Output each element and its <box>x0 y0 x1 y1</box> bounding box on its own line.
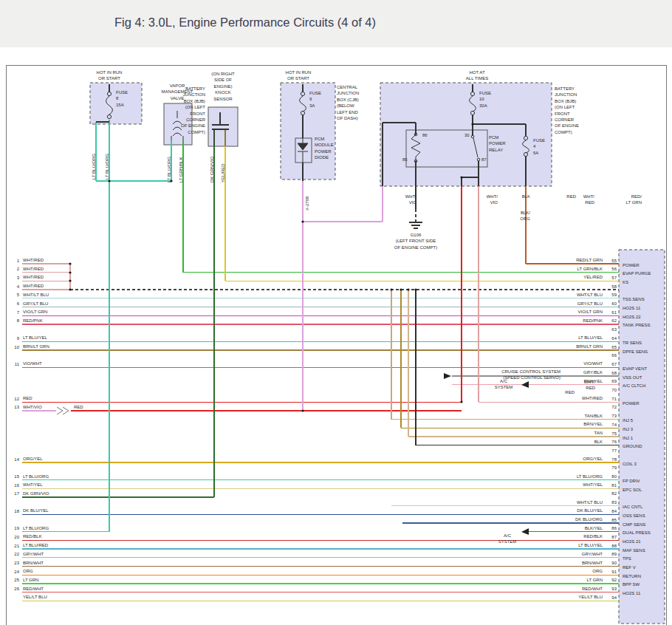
left-wire-label-line: ORG <box>23 568 33 574</box>
right-wire-label-line: VIO/LT GRN <box>526 309 603 315</box>
row-number-line: 20 <box>6 534 19 540</box>
pin-number-line: 76 <box>604 439 617 445</box>
junction-dot <box>400 288 402 290</box>
fuse9-label-line: 9 <box>309 96 321 102</box>
pin-number: 72 <box>604 404 617 410</box>
right-wire-label: DK BLU/YEL <box>526 508 603 513</box>
pin-number: 75 <box>604 431 617 437</box>
row-number-line: 2 <box>6 266 19 272</box>
right-wire-label-line: LT BLU/YEL <box>526 335 603 341</box>
pin-number: 60 <box>604 301 617 307</box>
pin-number-line: 63 <box>604 327 617 332</box>
row-number: 15 <box>6 474 19 479</box>
row-number: 4 <box>6 284 19 290</box>
right-wire-label: WHT/YEL <box>526 482 603 488</box>
left-wire-label: LT BLU/YEL <box>23 335 47 341</box>
left-wire-label-line: YEL/LT BLU <box>23 594 47 600</box>
bjb-right-label-line: (ON LEFT <box>555 104 579 110</box>
pin-number-line: 87 <box>604 534 617 540</box>
pin-number-line: 67 <box>604 361 617 367</box>
right-wire-label-line: YEL/RED <box>526 274 603 280</box>
right-wire-label: WHT/LT BLU <box>526 499 603 505</box>
row-number-line: 21 <box>6 543 19 549</box>
wire-label-red-mid: RED <box>456 389 575 395</box>
bjb-right-label-line: BATTERY <box>555 86 579 92</box>
fuse10-label: FUSE1030A <box>479 90 491 109</box>
row-number-line: 24 <box>6 569 19 575</box>
pcm-pin-label-line: TSS SENS <box>623 296 645 302</box>
right-wire-label: LT BLU/YEL <box>526 335 603 341</box>
pin-number-line: 82 <box>604 491 617 496</box>
relay-label: PCMPOWERRELAY <box>489 134 506 153</box>
pcm-pin-label: INJ 3 <box>623 426 633 432</box>
knock-sensor-box <box>208 107 238 146</box>
left-wire-label-line: LT BLU/ORG <box>23 525 49 531</box>
hot-label-battery: HOT ATALL TIMES <box>440 69 514 82</box>
bjb-right-label-line: COMPT) <box>555 129 579 135</box>
ac-system-label-2-line: A/C <box>470 533 544 539</box>
pcm-pin-label: BPP SW <box>623 581 640 587</box>
cruise-control-label-line: CRUISE CONTROL SYSTEM <box>442 369 560 375</box>
bjb-right-label-line: CORNER <box>555 117 579 123</box>
left-wire-label: LT BLU/ORG <box>23 525 49 531</box>
fuse4-label-line: 5A <box>533 150 545 156</box>
right-wire-label: ORG <box>526 568 603 574</box>
ac-system-label-2-line: SYSTEM <box>470 539 544 544</box>
pcm-pin-label-line: EPC SOL <box>623 487 642 493</box>
row-number-line: 1 <box>6 258 19 264</box>
right-wire-label-line: WHT/RED <box>526 395 603 401</box>
row-number: 5 <box>6 292 19 298</box>
right-wire-label-line: LT BLU/ORG <box>526 474 603 479</box>
cjb-label-line: OF DASH) <box>337 115 359 121</box>
relay-pin-86: 86 <box>422 132 428 138</box>
pin-number: 83 <box>604 499 617 505</box>
wire-label-blkorg-line: BLK/ <box>412 210 530 216</box>
pin-number: 88 <box>604 543 617 549</box>
left-wire-label-line: WHT/RED <box>23 274 44 280</box>
row-number-line: 15 <box>6 474 19 479</box>
right-wire-label-line: LT GRN/BLK <box>526 266 603 272</box>
fuse10-label-line: 10 <box>479 96 491 102</box>
pcm-pin-label-line: OSS SENS <box>623 513 645 519</box>
pcm-pin-label: DUAL PRESS <box>623 530 651 536</box>
left-wire-label-line: LT BLU/RED <box>23 542 48 548</box>
pin-number: 89 <box>604 551 617 557</box>
right-wire-label-line: ORG/YEL <box>526 456 603 462</box>
cjb-label-line: (BELOW <box>337 103 359 109</box>
pin-number: 85 <box>604 517 617 523</box>
right-wire-label: YEL/LT BLU <box>526 594 603 600</box>
pin-number-line: 65 <box>604 344 617 350</box>
hot-label-fuse9-line: HOT IN RUN <box>261 69 335 75</box>
left-wire-label-line: LT BLU/ORG <box>23 474 49 479</box>
row-number: 24 <box>6 569 19 575</box>
pin-number: 94 <box>604 595 617 601</box>
bjb-right-label: BATTERYJUNCTIONBOX (BJB)(ON LEFTFRONTCOR… <box>555 86 579 135</box>
fuse4-label: FUSE45A <box>533 137 545 156</box>
row-number: 1 <box>6 258 19 264</box>
row-number-line: 3 <box>6 275 19 281</box>
pcm-pin-label: GROUND <box>623 443 642 449</box>
pcm-pin-label: CMP SENS <box>623 522 645 527</box>
pcm-pin-label-line: HO2S 11 <box>623 590 640 596</box>
right-wire-label-line: RED/WHT <box>526 586 603 592</box>
pcm-pin-label-line: IAC CNTL <box>623 504 642 510</box>
pcm-diode-label-line: POWER <box>315 148 334 154</box>
pcm-pin-label-line: HO2S 21 <box>623 539 641 544</box>
vlabel-ltbluorg-3: LT BLU/ORG <box>167 157 171 182</box>
ground-g106-label-line: G106 <box>379 232 453 238</box>
right-wire-label: VIO/LT GRN <box>526 309 603 315</box>
pin-number: 71 <box>604 396 617 402</box>
pcm-pin-label: TSS SENS <box>623 296 645 302</box>
left-wire-label: WHT/RED <box>23 266 44 272</box>
right-wire-label: VIO/WHT <box>526 361 603 366</box>
row-number-line: 19 <box>6 525 19 531</box>
relay-pin-87-line: 87 <box>481 157 487 163</box>
right-wire-label-line: RED/PNK <box>526 318 603 324</box>
pcm-pin-label: POWER <box>623 400 640 406</box>
bjb-right-label-line: OF ENGINE <box>555 123 579 129</box>
junction-dot <box>414 288 416 290</box>
row-number-line: 10 <box>6 344 19 350</box>
vlabel-ltbluorg-2: LT BLU/ORG <box>105 154 109 180</box>
pcm-pin-label-line: BPP SW <box>623 581 640 587</box>
row-number: 12 <box>6 396 19 402</box>
